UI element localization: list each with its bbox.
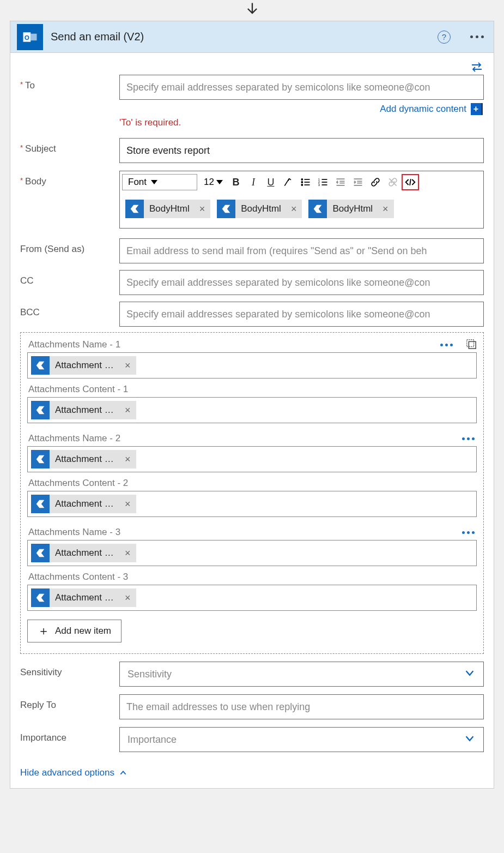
attachment-content-label: Attachments Content - 3	[27, 569, 477, 585]
body-content[interactable]: BodyHtml × BodyHtml × BodyHtml	[120, 193, 483, 228]
attachment-name-token[interactable]: Attachment Na... ×	[31, 544, 136, 562]
plus-icon: ＋	[38, 623, 50, 639]
remove-token-button[interactable]: ×	[194, 203, 211, 215]
svg-rect-9	[467, 340, 474, 347]
add-dynamic-content-link[interactable]: Add dynamic content	[380, 104, 466, 115]
attachment-name-label: Attachments Name - 3	[27, 525, 122, 540]
svg-point-4	[301, 182, 302, 183]
dynamic-content-icon	[31, 450, 50, 468]
underline-button[interactable]: U	[262, 174, 280, 190]
card-header[interactable]: O Send an email (V2) ?	[10, 21, 494, 53]
outdent-button[interactable]	[332, 174, 349, 190]
outlook-icon: O	[17, 24, 43, 50]
attachment-content-token[interactable]: Attachment Co... ×	[31, 401, 136, 419]
attachment-content-label: Attachments Content - 2	[27, 476, 477, 491]
importance-select[interactable]: Importance	[119, 727, 484, 752]
svg-text:O: O	[25, 34, 29, 41]
bold-button[interactable]: B	[227, 174, 245, 190]
body-editor[interactable]: Font 12 B I U	[119, 171, 484, 229]
remove-token-button[interactable]: ×	[119, 454, 136, 465]
body-label: *Body	[20, 171, 119, 187]
code-view-button[interactable]	[402, 174, 419, 190]
hide-advanced-options-link[interactable]: Hide advanced options	[20, 762, 484, 778]
attachment-item-menu[interactable]	[438, 341, 455, 349]
indent-button[interactable]	[349, 174, 367, 190]
attachment-content-token[interactable]: Attachment Co... ×	[31, 588, 136, 607]
svg-rect-10	[469, 341, 476, 349]
font-select[interactable]: Font	[122, 174, 197, 190]
swap-icon[interactable]	[470, 62, 484, 73]
body-token[interactable]: BodyHtml ×	[308, 200, 393, 218]
remove-token-button[interactable]: ×	[119, 592, 136, 604]
dynamic-content-icon	[217, 200, 235, 218]
attachment-content-input[interactable]: Attachment Co... ×	[27, 397, 477, 423]
to-input[interactable]	[119, 75, 484, 100]
remove-token-button[interactable]: ×	[119, 405, 136, 416]
chevron-down-icon	[464, 667, 476, 682]
attachment-content-input[interactable]: Attachment Co... ×	[27, 491, 477, 517]
remove-token-button[interactable]: ×	[286, 203, 302, 215]
number-list-button[interactable]: 123	[314, 174, 332, 190]
font-size-select[interactable]: 12	[201, 177, 226, 188]
reply-to-label: Reply To	[20, 694, 119, 711]
bcc-input[interactable]	[119, 302, 484, 327]
from-input[interactable]	[119, 238, 484, 263]
remove-token-button[interactable]: ×	[119, 548, 136, 559]
body-token[interactable]: BodyHtml ×	[125, 200, 210, 218]
cc-label: CC	[20, 270, 119, 286]
dynamic-content-icon	[308, 200, 327, 218]
attachment-content-label: Attachments Content - 1	[27, 382, 477, 397]
add-dynamic-content-button[interactable]: +	[471, 103, 483, 115]
remove-token-button[interactable]: ×	[119, 498, 136, 510]
attachment-item-menu[interactable]	[460, 435, 477, 442]
more-button[interactable]	[467, 32, 487, 41]
help-icon[interactable]: ?	[438, 31, 451, 44]
attachment-content-token[interactable]: Attachment Co... ×	[31, 495, 136, 513]
attachment-name-input[interactable]: Attachment Na... ×	[27, 446, 477, 472]
attachment-item-menu[interactable]	[460, 529, 477, 536]
subject-label: *Subject	[20, 138, 119, 154]
sensitivity-label: Sensitivity	[20, 662, 119, 678]
action-card: O Send an email (V2) ? *To Add dynamic c…	[10, 21, 494, 789]
svg-text:3: 3	[318, 183, 320, 187]
color-button[interactable]	[280, 174, 297, 190]
rte-toolbar: Font 12 B I U	[120, 171, 483, 193]
cc-input[interactable]	[119, 270, 484, 295]
svg-rect-1	[31, 33, 37, 40]
svg-point-3	[301, 179, 302, 180]
unlink-button	[384, 174, 402, 190]
array-mode-icon[interactable]	[465, 338, 477, 352]
remove-token-button[interactable]: ×	[119, 360, 136, 371]
attachment-name-label: Attachments Name - 1	[27, 337, 122, 352]
link-button[interactable]	[367, 174, 384, 190]
subject-input[interactable]	[119, 138, 484, 163]
remove-token-button[interactable]: ×	[377, 203, 394, 215]
add-new-item-button[interactable]: ＋ Add new item	[27, 620, 122, 642]
chevron-down-icon	[464, 732, 476, 747]
body-token[interactable]: BodyHtml ×	[217, 200, 302, 218]
action-title: Send an email (V2)	[51, 31, 430, 43]
bullet-list-button[interactable]	[297, 174, 314, 190]
bcc-label: BCC	[20, 302, 119, 318]
attachment-content-input[interactable]: Attachment Co... ×	[27, 585, 477, 611]
from-label: From (Send as)	[20, 238, 119, 255]
attachment-name-token[interactable]: Attachment Na... ×	[31, 356, 136, 375]
importance-label: Importance	[20, 727, 119, 743]
italic-button[interactable]: I	[245, 174, 262, 190]
dynamic-content-icon	[31, 588, 50, 607]
attachment-name-token[interactable]: Attachment Na... ×	[31, 450, 136, 468]
dynamic-content-icon	[31, 544, 50, 562]
reply-to-input[interactable]	[119, 694, 484, 719]
sensitivity-select[interactable]: Sensitivity	[119, 662, 484, 687]
chevron-up-icon	[119, 768, 127, 777]
to-error: 'To' is required.	[119, 115, 484, 135]
dynamic-content-icon	[31, 495, 50, 513]
attachment-name-input[interactable]: Attachment Na... ×	[27, 352, 477, 379]
dynamic-content-icon	[31, 401, 50, 419]
attachment-name-label: Attachments Name - 2	[27, 431, 122, 446]
dynamic-content-icon	[125, 200, 144, 218]
dynamic-content-icon	[31, 356, 50, 375]
attachments-section: Attachments Name - 1 Attachment Na... ×	[20, 332, 484, 654]
to-label: *To	[20, 75, 119, 91]
attachment-name-input[interactable]: Attachment Na... ×	[27, 540, 477, 566]
